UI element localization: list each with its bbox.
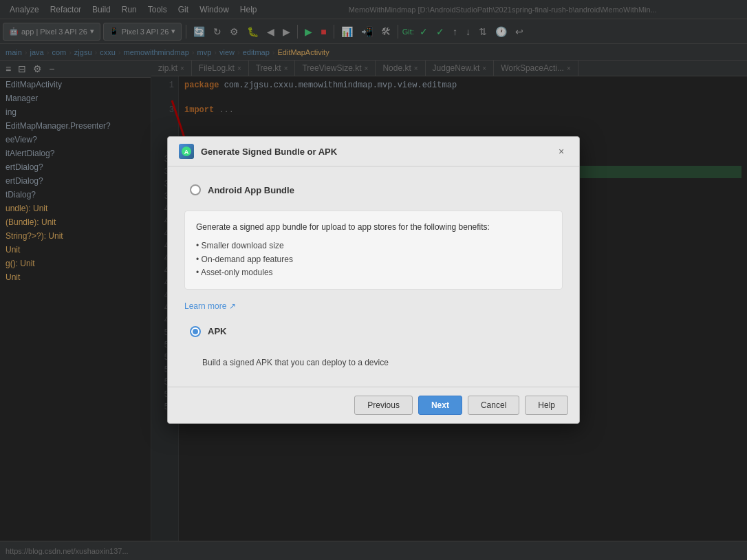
android-bundle-option[interactable]: Android App Bundle — [184, 180, 563, 200]
modal-dialog: A Generate Signed Bundle or APK × Androi… — [167, 136, 580, 424]
apk-option[interactable]: APK — [184, 322, 563, 341]
bundle-desc-title: Generate a signed app bundle for upload … — [196, 221, 551, 234]
apk-radio-dot — [193, 329, 198, 334]
android-bundle-label: Android App Bundle — [208, 185, 294, 195]
learn-more-link[interactable]: Learn more ↗ — [184, 301, 236, 311]
previous-button[interactable]: Previous — [354, 396, 413, 415]
modal-body: Android App Bundle Generate a signed app… — [168, 166, 579, 387]
help-button[interactable]: Help — [525, 396, 568, 415]
apk-radio[interactable] — [190, 326, 201, 337]
bundle-benefits-list: Smaller download size On-demand app feat… — [196, 239, 551, 279]
bundle-benefit-2: On-demand app features — [196, 253, 551, 266]
cancel-button[interactable]: Cancel — [468, 396, 519, 415]
svg-text:A: A — [184, 149, 189, 155]
bundle-benefit-3: Asset-only modules — [196, 266, 551, 279]
modal-close-button[interactable]: × — [554, 144, 568, 158]
apk-description: Build a signed APK that you can deploy t… — [184, 352, 563, 373]
android-bundle-radio[interactable] — [190, 184, 201, 195]
apk-label: APK — [208, 326, 226, 336]
android-studio-icon: A — [181, 146, 192, 157]
modal-title: Generate Signed Bundle or APK — [201, 147, 548, 157]
bundle-description: Generate a signed app bundle for upload … — [184, 211, 563, 290]
modal-footer: Previous Next Cancel Help — [168, 387, 579, 423]
bundle-benefit-1: Smaller download size — [196, 239, 551, 252]
modal-header: A Generate Signed Bundle or APK × — [168, 137, 579, 166]
modal-title-icon: A — [179, 144, 194, 159]
modal-overlay: A Generate Signed Bundle or APK × Androi… — [0, 0, 747, 560]
next-button[interactable]: Next — [418, 396, 462, 415]
